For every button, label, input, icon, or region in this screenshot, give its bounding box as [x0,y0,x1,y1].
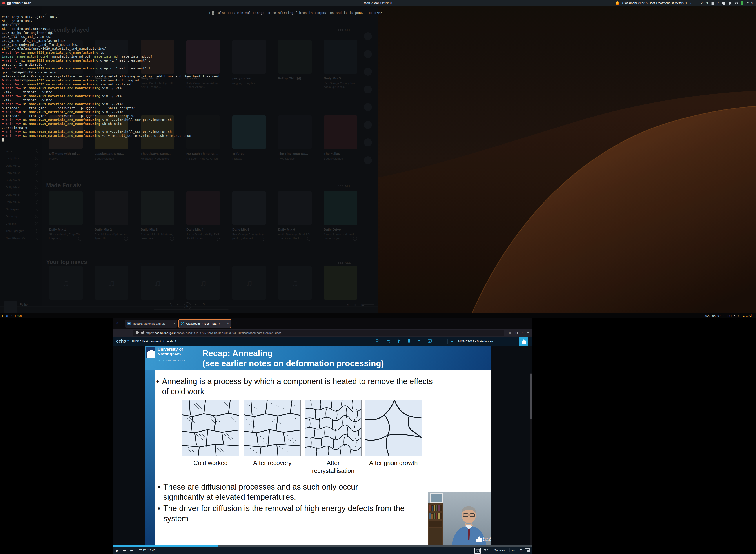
lecturer-video[interactable]: University of Nottingham [428,492,491,545]
network-icon[interactable] [728,1,732,5]
volume-button[interactable] [484,548,488,552]
taskbar-date: 2022-03-07 [704,314,721,318]
table-of-contents-icon[interactable]: ≡ [451,338,453,343]
terminal-line: autoload/ ftplugin/ .netrwhist plugged/ … [2,106,220,110]
caption-after-recrystallisation: After recrystallisation [308,459,358,475]
settings-gear-icon[interactable]: ⚙ [519,548,523,553]
fullscreen-button[interactable] [525,548,530,552]
uni-line1: University of [158,347,185,352]
taskbar-time: 14:13 [727,314,736,318]
terminal-line: ⚑ main *%= si mmme/1029_materials_and_ma… [2,86,220,90]
rewind-button[interactable]: ◀◀ [123,549,125,552]
check-count: 3 [706,1,708,5]
discussions-icon[interactable] [386,339,391,344]
screen: >_ tmux 0: bash Mon 7 Mar 14:13:33 Class… [0,0,756,554]
diagram-after-recrystallisation [305,400,361,456]
moodle-favicon: M [127,322,131,325]
confusion-icon[interactable]: ? [427,339,432,344]
workspace-icon[interactable]: ▣ [6,314,8,318]
sources-button[interactable]: Sources [494,549,505,552]
terminal-line: 1029_materials_and_manufacturing/ [2,39,220,43]
captions-button[interactable]: cc [512,549,515,552]
terminal-line: /usr/bin/maim [2,126,220,130]
page-scrollbar[interactable] [530,373,532,554]
tab-close-icon[interactable]: × [173,322,175,325]
url-path: /lesson/73b34a4a-d705-4c5c-8c19-d38f3329… [175,331,282,335]
echo360-logo[interactable]: echo360 [116,339,129,344]
forward-button[interactable]: ▶▶ [130,549,133,552]
terminal-line: 1026_maths_for_engineering/ [2,31,220,35]
terminal-window[interactable]: ‹ › Python ⇆ « ▶ » ↻ ♬ ≡ ▭ [0,6,377,313]
discord-icon[interactable] [722,2,725,5]
workspace-indicator-icon[interactable]: ◆ [2,314,3,318]
tab-classroom-phs15[interactable]: ▸ Classroom PHS15 Heat Tr × [179,320,231,328]
play-button[interactable]: ▶ [116,548,119,553]
video-progress-track[interactable] [113,545,532,547]
tab-title: Module: Materials and Ma [132,322,172,325]
terminal-line: █ [2,137,220,142]
back-button[interactable]: ← [117,330,120,335]
tab-title: Classroom PHS15 Heat Tr [186,322,225,325]
terminal-line: grep: .: Is a directory [2,62,220,66]
nottingham-logo-tile[interactable] [519,337,528,346]
diagram-cold-worked [182,400,239,456]
scene-pin-icon[interactable] [396,339,401,344]
ruler-indicator: 1 inch [742,314,754,318]
terminal-line: ⚑ main %= si mmme/1029_materials_and_man… [2,78,220,82]
uni-line2: Nottingham [158,352,185,356]
lesson-title: PHS15 Heat treatment of metals_1 [132,340,176,343]
terminal-line: ⚑ main *%= si mmme/1029_materials_and_ma… [2,94,220,98]
echo360-favicon: ▸ [181,322,184,325]
menu-icon[interactable]: ≡ [527,331,529,335]
bookmark-icon[interactable] [407,339,411,344]
lock-icon[interactable] [141,332,143,334]
scrollbar-thumb[interactable] [530,373,532,420]
overflow-icon[interactable]: » [522,331,523,335]
svg-text:Nottingham: Nottingham [483,539,491,541]
terminal-line: 1028_statics_and_dynamics/ [2,35,220,39]
note-icon[interactable] [375,339,380,344]
terminal-line: si ~ cd d/n/uni/ [2,19,220,23]
status-bar: >_ tmux 0: bash Mon 7 Mar 14:13:33 Class… [0,0,756,6]
terminal-line: si ~ cd d/n/uni/mmme/1029_materials_and_… [2,47,220,51]
slide-title: Recap: Annealing (see earlier notes on d… [202,348,384,369]
course-name[interactable]: MMME1029 - Materials an... [458,340,515,343]
slide-bullet-3: •The driver for diffusion is the removal… [163,503,429,524]
terminal-line: grep: images: Is a directory [2,70,220,74]
active-window-title[interactable]: Classroom PHS15 Heat Treatment Of Metals… [622,1,687,5]
screenshot-tool-button[interactable] [474,548,481,554]
terminal-line: materials.md:- Precipitate crystalline i… [2,74,220,78]
bracket: › [738,314,740,318]
terminal-line: ⚑ main %= si mmme/1029_materials_and_man… [2,51,220,55]
flag-icon[interactable] [417,339,422,344]
tab-close-icon[interactable]: × [227,322,229,325]
tracking-shield-icon[interactable] [135,331,139,335]
video-progress-fill [113,545,219,547]
volume-icon[interactable] [734,1,738,5]
battery-icon [741,1,743,5]
chevron-down-icon[interactable]: ▾ [690,2,691,4]
window-close-button[interactable]: X [116,321,118,325]
svg-text:?: ? [429,340,430,342]
new-tab-button[interactable]: + [236,321,238,326]
navigation-bar: ← → https://echo360.org.uk/lesson/73b34a… [113,329,532,337]
forward-button[interactable]: → [125,330,128,335]
terminal-line: ⚑ main *%= si mmme/1029_materials_and_ma… [2,110,220,114]
slide-left-strip [145,370,155,545]
taskbar: ◆ ▣ ◦ bash 2022-03-07 ‹ 14:13 › 1 inch [0,313,756,318]
url-bar[interactable]: https://echo360.org.uk/lesson/73b34a4a-d… [133,330,504,336]
terminal-line: .vim/ .viminfo .vimrc [2,98,220,102]
bookmark-star-icon[interactable]: ☆ [508,331,511,335]
caption-after-recovery: After recovery [248,459,297,467]
bluetooth-icon[interactable]: ᛒ [717,1,719,5]
terminal-line: ~ [2,11,220,15]
taskbar-window-label[interactable]: bash [15,314,21,318]
echo360-header: echo360 PHS15 Heat treatment of metals_1… [113,337,532,346]
sidebar-toggle-icon[interactable]: ◨ [515,331,519,335]
layout-indicator-icon: ◦ [10,314,12,318]
caption-cold-worked: Cold worked [186,459,235,467]
uni-line3: UK | CHINA | MALAYSIA [158,358,185,362]
terminal-line: images manufacturing.md manufacturing.md… [2,55,220,58]
keyboard-layout-icon[interactable] [711,2,714,5]
tab-module-materials[interactable]: M Module: Materials and Ma × [125,320,177,328]
